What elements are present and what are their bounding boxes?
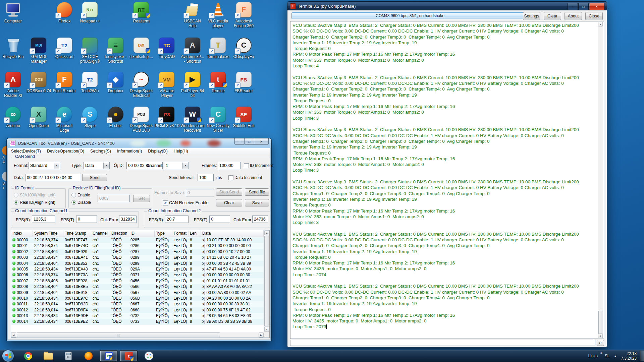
- desktop-icon-realterm[interactable]: RT↗Realterm: [128, 2, 154, 23]
- scroll-up-icon[interactable]: ▲: [598, 22, 603, 26]
- table-row[interactable]: 0001322:18:58,4340x6713E9DFch1˝ÓĘŐ0732Ęý…: [11, 313, 264, 319]
- format-select[interactable]: Standard▼: [29, 162, 60, 169]
- show-hidden-icons-button[interactable]: ▲: [614, 355, 616, 358]
- data-increment-checkbox[interactable]: [228, 175, 233, 180]
- column-header-channel[interactable]: Channel: [91, 230, 110, 237]
- filter-enable-radio[interactable]: [71, 193, 76, 197]
- filter-disable-radio[interactable]: [71, 200, 76, 205]
- table-row[interactable]: 0000122:18:58,3740x6713E74Cch1˝ÓĘŐ0286Ęý…: [11, 243, 264, 249]
- table-row[interactable]: 0001422:18:58,4340x6713E9E2ch1˝ÓĘŐ0733Ęý…: [11, 319, 264, 324]
- desktop-icon-vmware-player[interactable]: VM↗VMware Player: [154, 72, 179, 98]
- taskbar-chrome-button[interactable]: [19, 350, 37, 362]
- column-header-direction[interactable]: Direction: [110, 230, 129, 237]
- send-file-button[interactable]: Send file: [245, 188, 269, 196]
- about-button[interactable]: About: [565, 12, 582, 20]
- desktop-icon-autodesk-fusion-360[interactable]: F↗Autodesk Fusion 360: [231, 2, 257, 28]
- close-button[interactable]: Close: [585, 12, 603, 20]
- desktop-icon-microsoft-edge[interactable]: e↗Microsoft Edge: [52, 107, 77, 133]
- column-header-format[interactable]: Format: [172, 230, 189, 237]
- type-select[interactable]: Data▼: [84, 162, 110, 169]
- table-row[interactable]: 0000722:18:58,4050x6713E928ch2˝ÓĘŐ0456Ęý…: [11, 278, 264, 284]
- menu-settings[interactable]: Settings(S): [87, 149, 114, 154]
- desktop-icon-designspark-pcb[interactable]: PCB↗DesignSpark PCB 10.0: [128, 107, 154, 133]
- desktop-icon-skype[interactable]: S↗Skype: [77, 107, 103, 128]
- desktop-icon-cdisplayex[interactable]: C↗CDisplayEx: [231, 38, 257, 59]
- scrollbar-thumb[interactable]: [264, 236, 269, 326]
- frames-input[interactable]: 100000: [218, 162, 240, 169]
- desktop-icon-gm-mdi-manager[interactable]: MDI↗GM MDI Manager: [26, 38, 51, 64]
- table-row[interactable]: 0000622:18:58,3740x6713E73Ach1˝ÓĘŐ0371Ęý…: [11, 272, 264, 278]
- table-row[interactable]: 0000022:18:58,3740x6713E747ch1˝ÓĘŐ0285Ęý…: [11, 237, 264, 243]
- partial-icon-bottom[interactable]: DT: [0, 172, 7, 196]
- sja1000-radio[interactable]: [14, 193, 18, 197]
- desktop-icon-setcce-proxsign[interactable]: ↗SETCCE proXSign®: [77, 38, 103, 64]
- partial-icon-top[interactable]: AA: [0, 146, 7, 170]
- column-header-index[interactable]: Index: [11, 230, 33, 237]
- scrollbar-thumb[interactable]: [598, 311, 603, 336]
- taskbar-calculator-button[interactable]: [60, 350, 77, 362]
- save-button[interactable]: Save: [245, 199, 269, 206]
- taskbar-usbcan-button[interactable]: CAN: [100, 350, 117, 362]
- scroll-right-icon[interactable]: ▶: [259, 333, 264, 338]
- column-header-system-time[interactable]: System Time: [33, 230, 63, 237]
- send-interval-input[interactable]: 100: [198, 174, 214, 181]
- taskbar-clock[interactable]: 22:18 7.3.2023: [621, 351, 637, 361]
- show-desktop-button[interactable]: [640, 351, 644, 361]
- desktop-icon-vlc-media-player[interactable]: ↗VLC media player: [205, 2, 231, 28]
- desktop-icon-termite[interactable]: t↗Termite: [205, 72, 231, 93]
- desktop-icon-teensy-exe-shortcut[interactable]: ≡↗teensy.exe - Shortcut: [103, 38, 128, 64]
- desktop-icon-potplayer-64-bit[interactable]: ▶↗PotPlayer 64 bit: [180, 72, 205, 98]
- desktop-icon-adobe-reader-xi[interactable]: A↗Adobe Reader XI: [0, 72, 26, 98]
- menu-deviceoperation[interactable]: DeviceOperation(O): [44, 149, 87, 154]
- settings-button[interactable]: Settings: [523, 12, 540, 20]
- taskbar-paint-button[interactable]: [140, 350, 158, 362]
- desktop-icon-computer[interactable]: Computer: [0, 2, 26, 23]
- send-button[interactable]: Send: [82, 174, 107, 181]
- termite-titlebar[interactable]: t Termite 3.2 (by CompuPhase) – □ ✕: [287, 2, 607, 10]
- minimize-button[interactable]: –: [568, 3, 578, 10]
- desktop-icon-dropbox[interactable]: ◆↗Dropbox: [103, 72, 128, 93]
- desktop-icon-notepad-plus-plus[interactable]: N++↗Notepad++: [77, 2, 103, 23]
- can-receive-enable-checkbox[interactable]: ✔: [163, 200, 168, 205]
- desktop-icon-quickstart[interactable]: T2↗Quickstart: [52, 38, 77, 59]
- channel-select[interactable]: 1▼: [164, 162, 189, 169]
- desktop-icon-new-creality-slicer[interactable]: C↗New Creality Slicer: [205, 107, 231, 133]
- minimize-button[interactable]: –: [234, 138, 245, 145]
- table-row[interactable]: 0000422:18:58,4040x6713E852ch1˝ÓĘŐ0299Ęý…: [11, 261, 264, 266]
- start-button[interactable]: [2, 350, 14, 362]
- close-button[interactable]: ✕: [254, 138, 269, 145]
- desktop-icon-wondershare-recoverit[interactable]: W↗Wondershare Recoverit: [180, 107, 205, 133]
- real-id-radio[interactable]: [14, 200, 18, 205]
- table-row[interactable]: 0000922:18:58,4040x6713E918ch1˝ÓĘŐ0567Ęý…: [11, 290, 264, 296]
- table-row[interactable]: 0000322:18:58,4340x6713EA41ch1˝ÓĘŐ0289Ęý…: [11, 255, 264, 260]
- usbcan-titlebar[interactable]: CANTOOL USB-CAN Tool V1.88(en) - USB_CAN…: [7, 138, 271, 148]
- clear-button[interactable]: Clear: [544, 12, 561, 20]
- desktop-icon-fbreader[interactable]: FB↗FBReader: [231, 72, 257, 93]
- chevron-icon[interactable]: »: [600, 351, 602, 355]
- scrollbar-thumb[interactable]: [17, 333, 220, 337]
- desktop-icon-etcher[interactable]: ●↗Et cher: [103, 107, 128, 128]
- taskbar-termite-button[interactable]: t: [120, 350, 138, 362]
- set-button[interactable]: Set: [133, 195, 150, 202]
- menu-display[interactable]: Display(D): [145, 149, 170, 154]
- desktop-icon-foxit-reader[interactable]: F↗Foxit Reader: [52, 72, 77, 93]
- column-header-id[interactable]: ID: [129, 230, 155, 237]
- id-increment-checkbox[interactable]: [244, 163, 249, 168]
- horizontal-scrollbar[interactable]: ◀ ▶: [11, 332, 264, 338]
- column-header-len[interactable]: Len: [189, 230, 201, 237]
- filter-id-input[interactable]: 0003: [98, 195, 130, 202]
- column-header-data[interactable]: Data: [201, 230, 264, 237]
- desktop-icon-subtitle-edit[interactable]: SE↗Subtitle Edit: [231, 107, 257, 128]
- send-enter-button[interactable]: ↵: [597, 340, 604, 346]
- table-row[interactable]: 0001022:18:58,4340x6713E97Cch1˝ÓĘŐ056DĘý…: [11, 296, 264, 301]
- menu-help[interactable]: Help(H): [171, 149, 191, 154]
- vertical-scrollbar[interactable]: ▲ ▼: [264, 230, 269, 332]
- desktop-icon-dosbox[interactable]: DOS↗DOSBox 0.74: [26, 72, 51, 93]
- frames-to-save-input[interactable]: 0: [186, 189, 214, 196]
- desktop-icon-terminal-exe[interactable]: T↗Terminal.exe: [205, 38, 231, 59]
- column-header-type[interactable]: Type: [155, 230, 172, 237]
- desktop-icon-arduino[interactable]: ∞↗Arduino: [0, 107, 26, 128]
- column-header-time-stamp[interactable]: Time Stamp: [63, 230, 91, 237]
- taskbar-firefox-button[interactable]: [80, 350, 97, 362]
- menu-selectdevice[interactable]: SelectDevice(T): [8, 149, 44, 154]
